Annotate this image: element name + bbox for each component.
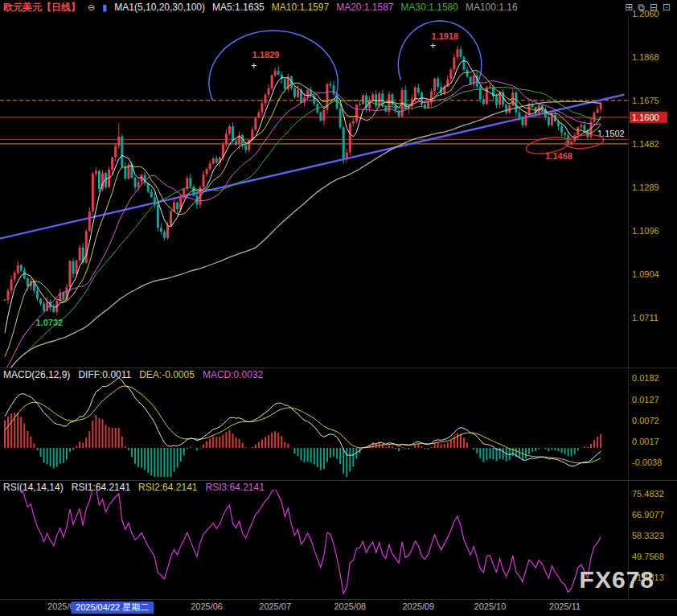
time-axis-label: 2025/10 — [474, 602, 507, 611]
compress-panel-icon[interactable]: ⊟ — [650, 2, 658, 13]
svg-text:0.0072: 0.0072 — [632, 416, 659, 425]
svg-text:1.1868: 1.1868 — [632, 52, 659, 62]
collapse-icon[interactable]: ⊖ — [88, 2, 95, 12]
svg-text:66.9077: 66.9077 — [632, 510, 664, 519]
time-axis-label: 2025/08 — [334, 602, 366, 611]
svg-text:58.3323: 58.3323 — [632, 531, 664, 540]
svg-text:1.0732: 1.0732 — [35, 318, 63, 327]
svg-text:49.7568: 49.7568 — [632, 552, 664, 561]
chart-canvas[interactable]: 1.15021.18291.19181.07321.1468++1.20601.… — [0, 0, 677, 616]
chart-toolbar: ⊞ ⧉ ⊟ ⊡ — [625, 2, 674, 13]
svg-text:+: + — [251, 60, 256, 72]
svg-text:1.0904: 1.0904 — [632, 269, 659, 279]
fullscreen-icon[interactable]: ⊡ — [663, 2, 671, 13]
time-axis-label: 2025/07 — [259, 602, 291, 611]
rsi3-value: RSI3:64.2141 — [206, 482, 265, 493]
ma10-value: MA10:1.1597 — [272, 2, 329, 13]
rsi2-value: RSI2:64.2141 — [138, 482, 197, 493]
svg-text:1.1096: 1.1096 — [632, 226, 659, 236]
macd-header: MACD(26,12,9) DIFF:0.0011 DEA:-0.0005 MA… — [3, 369, 263, 380]
svg-text:0.0182: 0.0182 — [632, 373, 659, 383]
svg-text:1.1468: 1.1468 — [545, 151, 572, 161]
time-axis: 2025/042025/04/22 星期二2025/062025/072025/… — [0, 600, 677, 616]
ma20-value: MA20:1.1587 — [336, 2, 393, 13]
candle-style-icon[interactable]: ▮ — [102, 2, 107, 12]
svg-text:1.1482: 1.1482 — [632, 139, 659, 149]
chart-header: 欧元美元【日线】 ⊖ ▮ MA1(5,10,20,30,100) MA5:1.1… — [0, 0, 677, 14]
time-axis-label: 2025/06 — [191, 602, 223, 611]
svg-text:1.1675: 1.1675 — [632, 96, 659, 105]
macd-indicator-label: MACD(26,12,9) — [3, 369, 70, 380]
macd-diff-value: DIFF:0.0011 — [78, 369, 131, 380]
svg-text:-0.0038: -0.0038 — [632, 458, 662, 467]
ma30-value: MA30:1.1580 — [401, 2, 458, 13]
svg-text:1.1829: 1.1829 — [252, 50, 280, 60]
watermark: FX678 — [580, 566, 654, 593]
svg-text:0.0017: 0.0017 — [632, 437, 659, 446]
svg-text:1.0711: 1.0711 — [632, 313, 659, 322]
symbol-title: 欧元美元【日线】 — [3, 1, 80, 14]
time-axis-label: 2025/09 — [402, 602, 434, 611]
rsi1-value: RSI1:64.2141 — [72, 482, 130, 493]
svg-text:1.1600: 1.1600 — [632, 113, 659, 122]
ma100-value: MA100:1.16 — [466, 2, 518, 13]
svg-text:+: + — [430, 40, 436, 51]
macd-dea-value: DEA:-0.0005 — [139, 369, 195, 380]
svg-text:75.4832: 75.4832 — [632, 489, 664, 499]
chart-application: 1.15021.18291.19181.07321.1468++1.20601.… — [0, 0, 677, 616]
svg-text:1.1289: 1.1289 — [632, 183, 659, 192]
selected-date-label[interactable]: 2025/04/22 星期二 — [71, 602, 154, 614]
ma-indicator-label: MA1(5,10,20,30,100) — [114, 2, 205, 13]
macd-macd-value: MACD:0.0032 — [203, 369, 263, 380]
time-axis-label: 2025/11 — [549, 602, 581, 611]
rsi-indicator-label: RSI(14,14,14) — [3, 482, 64, 493]
svg-text:0.0127: 0.0127 — [632, 395, 659, 405]
rsi-header: RSI(14,14,14) RSI1:64.2141 RSI2:64.2141 … — [3, 482, 265, 493]
ma5-value: MA5:1.1635 — [212, 2, 265, 13]
multi-window-icon[interactable]: ⧉ — [638, 2, 645, 13]
grid-layout-icon[interactable]: ⊞ — [625, 2, 633, 13]
